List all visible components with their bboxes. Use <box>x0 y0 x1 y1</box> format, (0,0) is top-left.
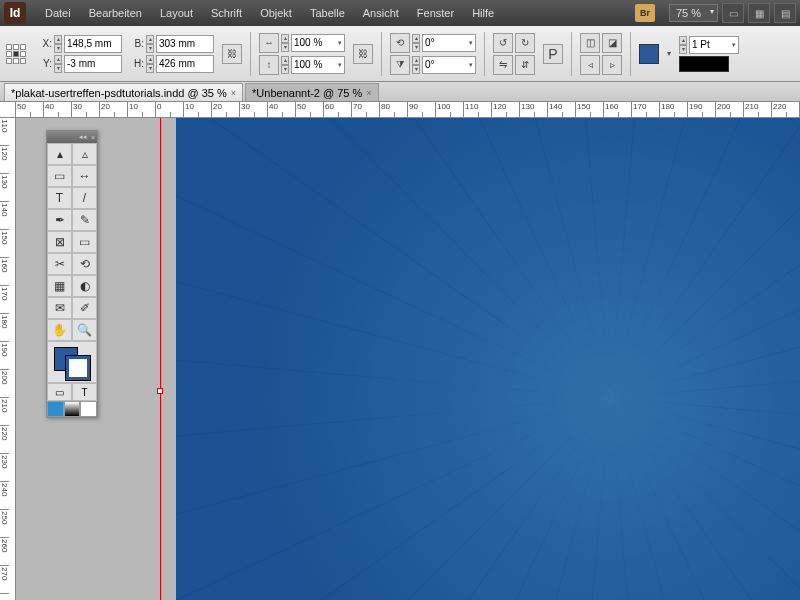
shear-input[interactable]: 0° <box>422 56 476 74</box>
formatting-container-icon[interactable]: ▭ <box>47 383 72 401</box>
tools-panel: ◂◂× ▴▵▭↔T/✒✎⊠▭✂⟲▦◐✉✐✋🔍▭T <box>46 130 98 418</box>
page-tool[interactable]: ▭ <box>47 165 72 187</box>
formatting-text-icon[interactable]: T <box>72 383 97 401</box>
menu-layout[interactable]: Layout <box>151 3 202 23</box>
artwork-sunburst[interactable] <box>176 118 800 600</box>
h-label: H: <box>130 58 144 69</box>
y-label: Y: <box>38 58 52 69</box>
anchor-point[interactable] <box>157 388 163 394</box>
scissors-tool[interactable]: ✂ <box>47 253 72 275</box>
menu-bearbeiten[interactable]: Bearbeiten <box>80 3 151 23</box>
document-tab-2[interactable]: *Unbenannt-2 @ 75 %× <box>245 83 379 101</box>
menu-fenster[interactable]: Fenster <box>408 3 463 23</box>
stroke-style-dropdown[interactable] <box>679 56 729 72</box>
pen-tool[interactable]: ✒ <box>47 209 72 231</box>
fill-stroke-proxy[interactable] <box>47 341 97 383</box>
rotate-input[interactable]: 0° <box>422 34 476 52</box>
fill-swatch[interactable] <box>639 44 659 64</box>
menu-hilfe[interactable]: Hilfe <box>463 3 503 23</box>
flip-v-icon[interactable]: ⇵ <box>515 55 535 75</box>
zoom-level-dropdown[interactable]: 75 % <box>669 4 718 22</box>
pencil-tool[interactable]: ✎ <box>72 209 97 231</box>
control-panel: X:▴▾148,5 mm Y:▴▾-3 mm B:▴▾303 mm H:▴▾42… <box>0 26 800 82</box>
x-input[interactable]: 148,5 mm <box>64 35 122 53</box>
select-container-icon[interactable]: ◫ <box>580 33 600 53</box>
menu-datei[interactable]: Datei <box>36 3 80 23</box>
workspace-switcher-icon[interactable]: ▤ <box>774 3 796 23</box>
rectangle-frame-tool[interactable]: ⊠ <box>47 231 72 253</box>
scale-x-input[interactable]: 100 % <box>291 34 345 52</box>
flip-h-icon[interactable]: ⇋ <box>493 55 513 75</box>
rotate-cw-icon[interactable]: ↻ <box>515 33 535 53</box>
constrain-proportions-icon[interactable]: ⛓ <box>222 44 242 64</box>
height-input[interactable]: 426 mm <box>156 55 214 73</box>
select-next-icon[interactable]: ▹ <box>602 55 622 75</box>
constrain-scale-icon[interactable]: ⛓ <box>353 44 373 64</box>
line-tool[interactable]: / <box>72 187 97 209</box>
w-label: B: <box>130 38 144 49</box>
selection-tool[interactable]: ▴ <box>47 143 72 165</box>
direct-selection-tool[interactable]: ▵ <box>72 143 97 165</box>
apply-color-icon[interactable] <box>47 401 64 417</box>
apply-none-icon[interactable] <box>80 401 97 417</box>
select-content-icon[interactable]: ◪ <box>602 33 622 53</box>
select-prev-icon[interactable]: ◃ <box>580 55 600 75</box>
gradient-swatch-tool[interactable]: ▦ <box>47 275 72 297</box>
close-tab-icon[interactable]: × <box>231 88 236 98</box>
ruler-origin[interactable] <box>0 102 16 118</box>
scale-y-input[interactable]: 100 % <box>291 56 345 74</box>
vertical-ruler[interactable]: 1101201301401501601701801902002102202302… <box>0 118 16 600</box>
horizontal-ruler[interactable]: 5040302010010203040506070809010011012013… <box>16 102 800 118</box>
tools-panel-header[interactable]: ◂◂× <box>47 131 97 143</box>
menu-objekt[interactable]: Objekt <box>251 3 301 23</box>
width-input[interactable]: 303 mm <box>156 35 214 53</box>
page-edge-guide <box>160 118 161 600</box>
zoom-tool[interactable]: 🔍 <box>72 319 97 341</box>
stroke-color-swatch[interactable] <box>66 356 90 380</box>
paragraph-style-icon[interactable]: P <box>543 44 563 64</box>
bridge-icon[interactable]: Br <box>635 4 655 22</box>
gradient-feather-tool[interactable]: ◐ <box>72 275 97 297</box>
reference-point-selector[interactable] <box>6 44 26 64</box>
menu-schrift[interactable]: Schrift <box>202 3 251 23</box>
document-tab-bar: *plakat-usertreffen-psdtutorials.indd @ … <box>0 82 800 102</box>
arrange-documents-icon[interactable]: ▦ <box>748 3 770 23</box>
menu-tabelle[interactable]: Tabelle <box>301 3 354 23</box>
menu-ansicht[interactable]: Ansicht <box>354 3 408 23</box>
note-tool[interactable]: ✉ <box>47 297 72 319</box>
stroke-weight-input[interactable]: 1 Pt <box>689 36 739 54</box>
free-transform-tool[interactable]: ⟲ <box>72 253 97 275</box>
apply-gradient-icon[interactable] <box>64 401 81 417</box>
canvas[interactable]: ◂◂× ▴▵▭↔T/✒✎⊠▭✂⟲▦◐✉✐✋🔍▭T <box>16 118 800 600</box>
gap-tool[interactable]: ↔ <box>72 165 97 187</box>
shear-icon: ⧩ <box>390 55 410 75</box>
app-icon: Id <box>4 2 26 24</box>
rectangle-tool[interactable]: ▭ <box>72 231 97 253</box>
x-label: X: <box>38 38 52 49</box>
rotate-ccw-icon[interactable]: ↺ <box>493 33 513 53</box>
rotate-icon: ⟲ <box>390 33 410 53</box>
close-tab-icon[interactable]: × <box>366 88 371 98</box>
scale-y-icon: ↕ <box>259 55 279 75</box>
hand-tool[interactable]: ✋ <box>47 319 72 341</box>
scale-x-icon: ↔ <box>259 33 279 53</box>
eyedropper-tool[interactable]: ✐ <box>72 297 97 319</box>
collapse-icon[interactable]: ◂◂ <box>79 133 87 141</box>
document-tab-1[interactable]: *plakat-usertreffen-psdtutorials.indd @ … <box>4 83 243 101</box>
screen-mode-icon[interactable]: ▭ <box>722 3 744 23</box>
menu-bar: Id DateiBearbeitenLayoutSchriftObjektTab… <box>0 0 800 26</box>
type-tool[interactable]: T <box>47 187 72 209</box>
y-input[interactable]: -3 mm <box>64 55 122 73</box>
